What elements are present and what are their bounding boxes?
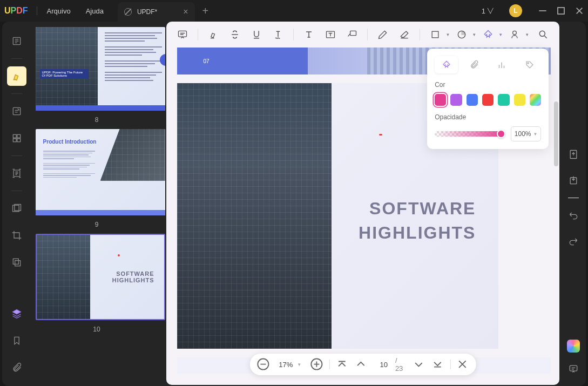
reader-mode-icon[interactable] — [7, 31, 26, 51]
minimize-icon[interactable] — [538, 6, 547, 15]
thumbnail-8[interactable]: UPDF: Powering The Future Of PDF Solutio… — [36, 27, 158, 124]
comments-panel-icon[interactable] — [565, 360, 582, 377]
sticker-dropdown[interactable]: ▼ — [452, 25, 476, 44]
thumbnail-number: 10 — [36, 326, 158, 333]
opacity-value-select[interactable]: 100%▼ — [511, 126, 541, 141]
page-organize-icon[interactable] — [7, 128, 26, 148]
page-navigator: 17%▼ 10 / 23 — [250, 354, 476, 375]
page-total: / 23 — [395, 356, 407, 373]
highlight-mode-icon[interactable] — [7, 66, 26, 86]
squiggly-icon[interactable] — [268, 25, 288, 44]
search-icon[interactable] — [533, 25, 553, 44]
signature-dropdown[interactable]: ▼ — [505, 25, 529, 44]
share-icon[interactable] — [565, 172, 582, 189]
close-nav-icon[interactable] — [456, 357, 469, 371]
left-sidebar — [2, 22, 31, 386]
attachment-icon[interactable] — [7, 358, 26, 377]
prev-page-icon[interactable] — [354, 357, 368, 371]
redo-icon[interactable] — [565, 233, 582, 250]
annotation-toolbar: ▼ ▼ ▼ ▼ — [166, 22, 559, 48]
page-building-image — [177, 83, 332, 349]
svg-rect-3 — [13, 134, 16, 138]
stamp-marker[interactable] — [379, 134, 382, 136]
menu-file[interactable]: Arquivo — [39, 4, 78, 18]
main-editor: ▼ ▼ ▼ ▼ Cor Opacid — [166, 22, 559, 385]
svg-rect-5 — [13, 139, 16, 142]
next-page-icon[interactable] — [412, 357, 425, 371]
thumbnail-number: 8 — [36, 116, 158, 124]
page-number-input[interactable]: 10 — [373, 361, 390, 369]
color-yellow[interactable] — [514, 94, 525, 106]
svg-rect-14 — [350, 31, 356, 35]
svg-rect-2 — [13, 107, 20, 114]
comment-icon[interactable] — [173, 25, 192, 44]
underline-icon[interactable] — [247, 25, 266, 44]
tab-doc-icon — [124, 8, 132, 16]
color-label: Cor — [435, 81, 541, 89]
thumbnail-10[interactable]: SOFTWAREHIGHLIGHTS 10 — [36, 234, 158, 333]
notification-badge[interactable]: 1 ╲╱ — [482, 7, 493, 15]
ocr-icon[interactable] — [7, 164, 26, 183]
svg-rect-6 — [17, 139, 21, 142]
color-swatch-row — [435, 94, 541, 106]
textbox-icon[interactable] — [321, 25, 340, 44]
popup-tab-tag[interactable] — [518, 56, 541, 73]
bookmark-icon[interactable] — [7, 331, 26, 350]
menu-help[interactable]: Ajuda — [78, 4, 111, 18]
highlighter-icon[interactable] — [204, 25, 223, 44]
add-tab-button[interactable]: + — [202, 5, 209, 17]
user-avatar[interactable]: L — [509, 4, 522, 17]
popup-tab-pin[interactable] — [435, 56, 458, 73]
thumbnail-number: 9 — [36, 221, 158, 228]
thumbnail-panel[interactable]: UPDF: Powering The Future Of PDF Solutio… — [31, 22, 167, 386]
document-tab[interactable]: UPDF* × — [118, 2, 195, 22]
svg-rect-11 — [15, 261, 20, 266]
stamp-dropdown[interactable]: ▼ — [478, 25, 503, 44]
maximize-icon[interactable] — [557, 6, 565, 15]
svg-rect-10 — [13, 259, 18, 264]
last-page-icon[interactable] — [431, 357, 444, 371]
color-blue[interactable] — [467, 94, 478, 106]
crop-icon[interactable] — [7, 226, 26, 245]
stamp-marker — [118, 254, 120, 256]
close-icon[interactable]: × — [183, 7, 188, 17]
text-icon[interactable] — [299, 25, 319, 44]
svg-rect-24 — [570, 365, 577, 371]
zoom-level-select[interactable]: 17%▼ — [275, 361, 305, 369]
compress-icon[interactable] — [7, 253, 26, 272]
svg-rect-4 — [17, 134, 21, 138]
titlebar: UPDF Arquivo Ajuda UPDF* × + 1 ╲╱ L — [0, 0, 588, 22]
color-purple[interactable] — [450, 94, 462, 106]
strikethrough-icon[interactable] — [225, 25, 245, 44]
zoom-out-icon[interactable] — [256, 357, 270, 371]
zoom-in-icon[interactable] — [310, 357, 323, 371]
opacity-slider[interactable] — [435, 131, 505, 137]
popup-tab-clip[interactable] — [462, 56, 485, 73]
svg-rect-0 — [558, 8, 564, 14]
page-heading: SOFTWARE HIGHLIGHTS — [359, 197, 476, 245]
opacity-label: Opacidade — [435, 113, 541, 121]
color-teal[interactable] — [498, 94, 509, 106]
scrollbar-thumb[interactable] — [554, 101, 558, 166]
redact-icon[interactable] — [7, 199, 26, 218]
color-red[interactable] — [482, 94, 494, 106]
eraser-icon[interactable] — [395, 25, 414, 44]
undo-icon[interactable] — [565, 207, 582, 224]
ai-assistant-icon[interactable] — [567, 340, 580, 353]
thumbnail-9[interactable]: Product Introduction 9 — [36, 129, 158, 228]
color-pink[interactable] — [435, 94, 446, 106]
close-window-icon[interactable] — [575, 6, 584, 15]
app-logo: UPDF — [4, 6, 28, 16]
shape-dropdown[interactable]: ▼ — [425, 25, 450, 44]
svg-point-17 — [513, 31, 517, 35]
export-icon[interactable] — [565, 146, 582, 163]
right-sidebar — [560, 22, 586, 386]
popup-tab-chart[interactable] — [490, 56, 513, 73]
callout-icon[interactable] — [342, 25, 362, 44]
layers-icon[interactable] — [7, 304, 26, 323]
color-gradient[interactable] — [530, 94, 541, 106]
pencil-icon[interactable] — [373, 25, 393, 44]
first-page-icon[interactable] — [335, 357, 348, 371]
svg-rect-12 — [179, 31, 187, 37]
edit-text-icon[interactable] — [7, 101, 26, 121]
